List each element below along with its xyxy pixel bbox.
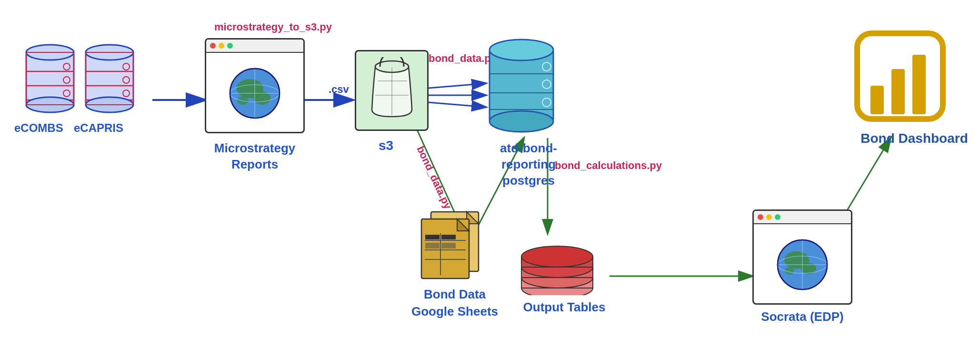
svg-rect-64 [441,235,456,239]
socrata-window [752,209,852,305]
svg-rect-84 [891,69,905,114]
bond-calculations-label: bond_calculations.py [555,159,662,172]
s3-bucket [355,50,429,131]
s3-bucket-icon [363,57,420,124]
globe-icon [226,62,283,124]
bond-data-sheets-label: Bond DataGoogle Sheets [400,286,510,320]
atd-postgres-cylinder [486,31,557,136]
ecombs-label: eCOMBS [14,121,63,135]
powerbi-svg [852,29,948,124]
socrata-dot-yellow [766,214,772,220]
svg-rect-65 [425,243,440,249]
microstrategy-window [205,38,305,133]
bond-dashboard-label: Bond Dashboard [850,131,979,146]
svg-point-36 [237,96,249,105]
svg-point-50 [490,40,553,60]
ecombs-cylinder [24,38,76,114]
s3-label: s3 [379,138,393,153]
socrata-globe-icon [774,234,831,296]
svg-line-7 [429,102,486,107]
socrata-label: Socrata (EDP) [748,309,857,324]
svg-point-73 [521,246,593,267]
output-tables-label: Output Tables [521,300,607,315]
titlebar-dot-green [227,43,233,49]
svg-rect-66 [441,243,456,249]
svg-rect-83 [870,86,884,114]
ecapris-cylinder [83,38,136,114]
svg-rect-85 [912,55,926,114]
diagram-container: eCOMBS eCAPRIS [0,0,980,358]
socrata-dot-green [775,214,780,220]
bond-data-sheets-icon [414,205,495,283]
svg-rect-63 [425,235,440,239]
titlebar-dot-red [210,43,216,49]
svg-line-5 [429,83,486,88]
socrata-dot-red [758,214,763,220]
svg-point-51 [490,111,553,132]
output-tables-icon [514,233,600,297]
google-sheets-icon [414,205,495,281]
output-tables-svg [514,233,600,295]
bond-dashboard-icon [852,29,948,126]
microstrategy-to-s3-label: microstrategy_to_s3.py [214,21,332,33]
titlebar-dot-yellow [219,43,224,49]
microstrategy-label: MicrostrategyReports [200,140,310,173]
ecapris-label: eCAPRIS [74,121,123,135]
csv-label: .csv [329,83,349,96]
bond-data-py-2-label: bond_data.py [414,144,454,211]
